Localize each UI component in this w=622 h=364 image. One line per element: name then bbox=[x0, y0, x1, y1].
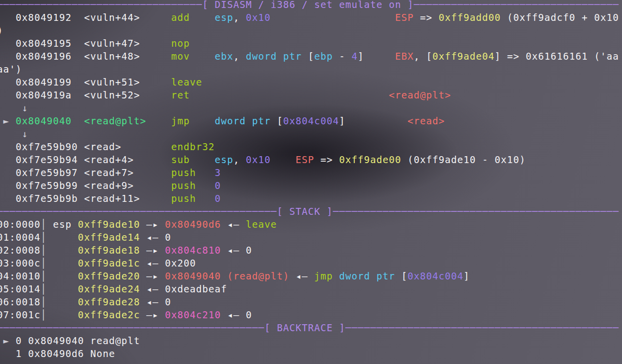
disasm-line-current-readplt: ► 0x8049040 <read@plt> jmp dword ptr [0x… bbox=[0, 114, 619, 127]
pointer-arrow-icon: ◂ bbox=[227, 244, 234, 257]
disasm-line-vuln48: 0x8049196 <vuln+48> mov ebx, dword ptr [… bbox=[0, 50, 619, 63]
disasm-line-wrap-1: ) bbox=[0, 24, 619, 37]
current-line-marker-icon: ► bbox=[3, 114, 10, 127]
pointer-arrow-icon: ◂ bbox=[146, 257, 153, 270]
disasm-line-read4: 0xf7e59b94 <read+4> sub esp, 0x10 ESP =>… bbox=[0, 153, 619, 166]
disasm-line-vuln44: 0x8049192 <vuln+44> add esp, 0x10 ESP =>… bbox=[0, 11, 619, 24]
pointer-arrow-icon: ▸ bbox=[153, 308, 159, 321]
pointer-arrow-icon: ◂ bbox=[227, 308, 234, 321]
pointer-arrow-icon: ▸ bbox=[153, 270, 159, 282]
stack-row-04: 04:0010│ 0xff9ade20 —▸ 0x8049040 (read@p… bbox=[0, 270, 619, 282]
pointer-arrow-icon: ◂ bbox=[146, 295, 153, 308]
disasm-line-vuln52: 0x804919a <vuln+52> ret <read@plt> bbox=[0, 89, 619, 101]
pointer-arrow-icon: ▸ bbox=[153, 218, 159, 231]
pointer-arrow-icon: ◂ bbox=[146, 231, 153, 244]
disasm-line-wrap-2: aa') bbox=[0, 63, 619, 76]
disasm-line-vuln47: 0x8049195 <vuln+47> nop bbox=[0, 37, 619, 50]
disasm-line-read9: 0xf7e59b99 <read+9> push 0 bbox=[0, 179, 619, 192]
stack-section-header: ────────────────────────────────────────… bbox=[0, 205, 619, 218]
backtrace-frame-1: 1 0x80490d6 None bbox=[0, 347, 619, 360]
stack-row-00: 00:0000│ esp 0xff9ade10 —▸ 0x80490d6 ◂— … bbox=[0, 218, 619, 231]
pointer-arrow-icon: ◂ bbox=[227, 218, 234, 231]
stack-row-03: 03:000c│ 0xff9ade1c ◂— 0x200 bbox=[0, 257, 619, 270]
pointer-arrow-icon: ▸ bbox=[153, 244, 159, 257]
stack-row-02: 02:0008│ 0xff9ade18 —▸ 0x804c810 ◂— 0 bbox=[0, 244, 619, 257]
disasm-flow-arrow-2: ↓ bbox=[0, 127, 619, 140]
disasm-section-header: ─────────────────────────────────[ DISAS… bbox=[0, 0, 619, 11]
disasm-line-read7: 0xf7e59b97 <read+7> push 3 bbox=[0, 166, 619, 179]
stack-row-01: 01:0004│ 0xff9ade14 ◂— 0 bbox=[0, 231, 619, 244]
backtrace-frame-0: ► 0 0x8049040 read@plt bbox=[0, 334, 619, 347]
backtrace-section-header: ────────────────────────────────────────… bbox=[0, 321, 619, 334]
terminal[interactable]: ─────────────────────────────────[ DISAS… bbox=[0, 0, 619, 360]
disasm-line-read11: 0xf7e59b9b <read+11> push 0 bbox=[0, 192, 619, 205]
stack-row-07: 07:001c│ 0xff9ade2c —▸ 0x804c210 ◂— 0 bbox=[0, 308, 619, 321]
pointer-arrow-icon: ◂ bbox=[146, 282, 153, 295]
stack-row-05: 05:0014│ 0xff9ade24 ◂— 0xdeadbeaf bbox=[0, 282, 619, 295]
disasm-line-vuln51: 0x8049199 <vuln+51> leave bbox=[0, 76, 619, 89]
current-line-marker-icon: ► bbox=[3, 334, 10, 347]
disasm-line-read: 0xf7e59b90 <read> endbr32 bbox=[0, 140, 619, 153]
pointer-arrow-icon: ◂ bbox=[296, 270, 302, 282]
stack-row-06: 06:0018│ 0xff9ade28 ◂— 0 bbox=[0, 295, 619, 308]
disasm-flow-arrow-1: ↓ bbox=[0, 101, 619, 114]
